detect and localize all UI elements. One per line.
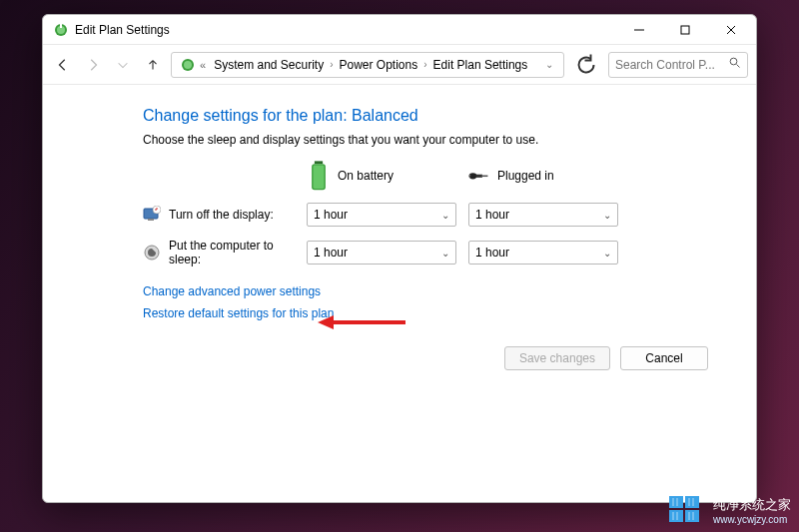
breadcrumb-item-2[interactable]: Edit Plan Settings: [429, 58, 532, 72]
chevron-down-icon: ⌄: [603, 248, 611, 259]
plugged-column-header: Plugged in: [467, 165, 627, 187]
display-icon: [143, 206, 161, 224]
breadcrumb-dropdown[interactable]: ⌄: [543, 59, 559, 70]
window-title: Edit Plan Settings: [75, 23, 170, 37]
chevron-down-icon: ⌄: [441, 248, 449, 259]
sleep-plugged-dropdown[interactable]: 1 hour ⌄: [468, 241, 618, 265]
minimize-button[interactable]: [616, 15, 662, 45]
display-setting-label: Turn off the display:: [169, 208, 307, 222]
watermark: 纯净系统之家 www.ycwjzy.com: [667, 494, 791, 526]
chevron-right-icon: ›: [421, 59, 428, 70]
sleep-plugged-value: 1 hour: [475, 246, 509, 260]
svg-rect-20: [148, 219, 154, 221]
search-icon: [729, 57, 741, 72]
sleep-battery-dropdown[interactable]: 1 hour ⌄: [307, 241, 456, 265]
svg-rect-27: [669, 510, 683, 522]
up-button[interactable]: [141, 53, 165, 77]
display-plugged-dropdown[interactable]: 1 hour ⌄: [468, 203, 618, 227]
battery-column-label: On battery: [338, 169, 394, 183]
titlebar: Edit Plan Settings: [43, 15, 756, 45]
display-battery-value: 1 hour: [314, 208, 348, 222]
svg-rect-25: [669, 496, 683, 508]
svg-rect-28: [685, 510, 699, 522]
chevron-down-icon: ⌄: [441, 210, 449, 221]
svg-rect-18: [469, 176, 471, 177]
content-area: Change settings for the plan: Balanced C…: [43, 85, 756, 502]
toolbar: « System and Security › Power Options › …: [43, 45, 756, 85]
chevron-down-icon: ⌄: [603, 210, 611, 221]
breadcrumb[interactable]: « System and Security › Power Options › …: [171, 52, 564, 78]
svg-rect-2: [60, 24, 62, 28]
svg-point-8: [184, 61, 192, 69]
display-battery-dropdown[interactable]: 1 hour ⌄: [307, 203, 456, 227]
svg-rect-17: [469, 175, 471, 176]
battery-icon: [308, 165, 330, 187]
button-row: Save changes Cancel: [143, 346, 728, 370]
breadcrumb-item-1[interactable]: Power Options: [336, 58, 422, 72]
settings-window: Edit Plan Settings « Syst: [42, 14, 757, 503]
breadcrumb-root-chevron[interactable]: «: [200, 59, 206, 71]
plug-icon: [467, 165, 489, 187]
watermark-name: 纯净系统之家: [713, 496, 791, 514]
svg-rect-11: [315, 161, 323, 164]
refresh-button[interactable]: [574, 53, 598, 77]
svg-line-10: [737, 65, 740, 68]
watermark-url: www.ycwjzy.com: [713, 514, 791, 525]
svg-rect-26: [685, 496, 699, 508]
recent-dropdown[interactable]: [111, 53, 135, 77]
page-subtext: Choose the sleep and display settings th…: [143, 133, 728, 147]
display-plugged-value: 1 hour: [475, 208, 509, 222]
svg-rect-16: [481, 175, 487, 177]
search-input[interactable]: [615, 58, 725, 72]
back-button[interactable]: [51, 53, 75, 77]
sleep-icon: [143, 244, 161, 262]
column-headers: On battery Plugged in: [143, 165, 728, 187]
watermark-logo-icon: [667, 494, 707, 526]
close-button[interactable]: [708, 15, 754, 45]
chevron-right-icon: ›: [328, 59, 335, 70]
forward-button[interactable]: [81, 53, 105, 77]
cancel-button[interactable]: Cancel: [620, 346, 708, 370]
battery-column-header: On battery: [308, 165, 467, 187]
plugged-column-label: Plugged in: [497, 169, 554, 183]
power-options-icon: [53, 22, 69, 38]
svg-point-14: [469, 173, 477, 179]
svg-rect-15: [476, 174, 482, 177]
breadcrumb-icon: [180, 57, 196, 73]
sleep-setting-row: Put the computer to sleep: 1 hour ⌄ 1 ho…: [143, 239, 728, 266]
restore-defaults-link[interactable]: Restore default settings for this plan: [143, 306, 728, 320]
svg-point-9: [730, 58, 737, 65]
breadcrumb-item-0[interactable]: System and Security: [210, 58, 328, 72]
svg-rect-13: [314, 165, 325, 188]
advanced-settings-link[interactable]: Change advanced power settings: [143, 284, 728, 298]
page-heading: Change settings for the plan: Balanced: [143, 107, 728, 125]
sleep-setting-label: Put the computer to sleep:: [169, 239, 307, 266]
svg-rect-4: [681, 26, 689, 34]
maximize-button[interactable]: [662, 15, 708, 45]
display-setting-row: Turn off the display: 1 hour ⌄ 1 hour ⌄: [143, 203, 728, 227]
sleep-battery-value: 1 hour: [314, 246, 348, 260]
search-box[interactable]: [608, 52, 748, 78]
save-button[interactable]: Save changes: [504, 346, 610, 370]
